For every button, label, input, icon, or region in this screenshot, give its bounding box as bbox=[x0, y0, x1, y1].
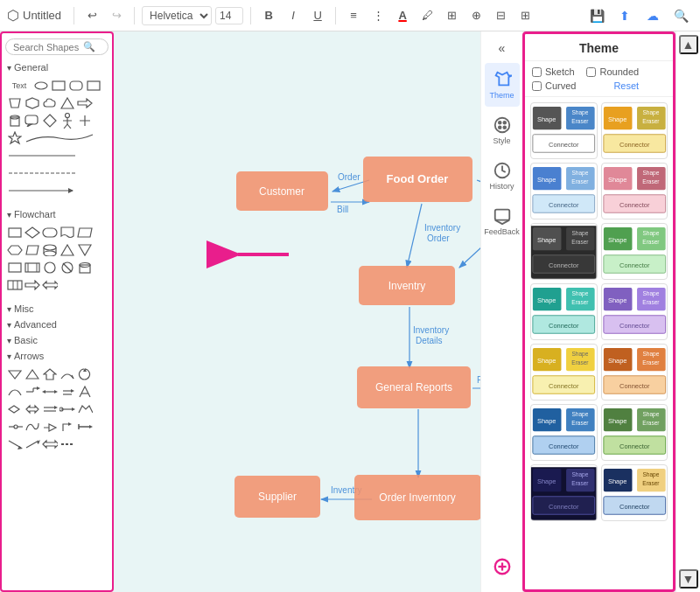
add-plugin-button[interactable] bbox=[485, 545, 520, 589]
theme-card-nature[interactable]: Shape Shape Eraser Connector bbox=[601, 404, 668, 461]
rect-shape[interactable] bbox=[51, 78, 66, 94]
fc-no[interactable] bbox=[60, 260, 75, 275]
canvas[interactable]: Order Bill Order Inventory Order Order I… bbox=[114, 31, 480, 592]
save-button[interactable]: 💾 bbox=[584, 3, 609, 28]
a15[interactable] bbox=[77, 401, 93, 417]
align-button[interactable]: ≡ bbox=[343, 5, 364, 26]
fc-disk[interactable] bbox=[42, 242, 58, 258]
a21[interactable] bbox=[7, 436, 23, 452]
list-button[interactable]: ⋮ bbox=[368, 5, 388, 26]
redo-button[interactable]: ↪ bbox=[106, 5, 127, 26]
a14[interactable] bbox=[60, 401, 75, 417]
fc-data[interactable] bbox=[24, 242, 40, 258]
sketch-checkbox[interactable] bbox=[532, 67, 542, 77]
fc-manual[interactable] bbox=[77, 225, 93, 240]
a16[interactable] bbox=[7, 419, 23, 435]
theme-card-dark[interactable]: Shape Shape Eraser Connector bbox=[530, 223, 598, 280]
undo-button[interactable]: ↩ bbox=[81, 5, 102, 26]
side-icon-history[interactable]: History bbox=[485, 154, 520, 198]
fc-process[interactable] bbox=[7, 225, 23, 240]
theme-card-blue[interactable]: Shape Shape Eraser Connector bbox=[530, 163, 598, 219]
fc-circle[interactable] bbox=[42, 260, 58, 275]
theme-card-midnight[interactable]: Shape Shape Eraser Connector bbox=[530, 464, 598, 521]
fc-cols[interactable] bbox=[7, 277, 23, 293]
format-button[interactable]: ⊞ bbox=[441, 5, 462, 26]
more-button[interactable]: ⊞ bbox=[514, 5, 536, 26]
arrow-line[interactable] bbox=[7, 183, 77, 198]
theme-card-default[interactable]: Shape Shape Eraser Connector bbox=[530, 102, 598, 159]
a12[interactable] bbox=[24, 401, 40, 417]
speech-bubble[interactable] bbox=[24, 113, 40, 129]
a13[interactable] bbox=[42, 401, 58, 417]
section-flowchart[interactable]: Flowchart bbox=[5, 207, 108, 223]
person[interactable] bbox=[60, 113, 75, 129]
diamond[interactable] bbox=[42, 113, 58, 129]
fc-triangle-up[interactable] bbox=[60, 242, 75, 258]
side-icon-style[interactable]: Style bbox=[485, 108, 520, 152]
search-toolbar-button[interactable]: 🔍 bbox=[668, 3, 693, 28]
ellipse-shape[interactable] bbox=[33, 78, 49, 94]
rect2[interactable] bbox=[86, 78, 102, 94]
parallelogram[interactable] bbox=[7, 95, 23, 111]
a7[interactable] bbox=[24, 384, 40, 400]
a18[interactable] bbox=[42, 419, 58, 435]
section-misc[interactable]: Misc bbox=[5, 302, 108, 317]
fc-prep[interactable] bbox=[7, 242, 23, 258]
theme-card-orange[interactable]: Shape Shape Eraser Connector bbox=[601, 102, 668, 159]
curved-option[interactable]: Curved bbox=[532, 80, 576, 91]
a22[interactable] bbox=[24, 436, 40, 452]
section-arrows[interactable]: Arrows bbox=[5, 349, 108, 365]
a11[interactable] bbox=[7, 401, 23, 417]
a9[interactable] bbox=[60, 384, 75, 400]
curved-checkbox[interactable] bbox=[532, 81, 542, 91]
rounded-checkbox[interactable] bbox=[586, 67, 596, 77]
a20[interactable] bbox=[77, 419, 93, 435]
side-icon-theme[interactable]: Theme bbox=[485, 63, 520, 107]
a24[interactable] bbox=[60, 436, 75, 452]
fc-db[interactable] bbox=[77, 260, 93, 275]
line2[interactable] bbox=[7, 165, 77, 181]
scroll-down-button[interactable]: ▼ bbox=[679, 569, 698, 589]
section-basic[interactable]: Basic bbox=[5, 333, 108, 349]
fc-triangle-down[interactable] bbox=[77, 242, 93, 258]
hexagon[interactable] bbox=[24, 95, 40, 111]
font-color-button[interactable]: A bbox=[392, 5, 413, 26]
theme-card-warm[interactable]: Shape Shape Eraser Connector bbox=[601, 344, 668, 400]
theme-card-purple[interactable]: Shape Shape Eraser Connector bbox=[601, 283, 668, 340]
cylinder[interactable] bbox=[7, 113, 23, 129]
table-button[interactable]: ⊟ bbox=[490, 5, 511, 26]
rounded-option[interactable]: Rounded bbox=[586, 66, 639, 77]
a10[interactable] bbox=[77, 384, 93, 400]
a3[interactable] bbox=[42, 366, 58, 382]
theme-card-yellow[interactable]: Shape Shape Eraser Connector bbox=[530, 344, 598, 400]
star[interactable] bbox=[7, 130, 23, 146]
fc-rect-small[interactable] bbox=[7, 260, 23, 275]
text-shape[interactable]: Text bbox=[7, 78, 32, 94]
cloud-button[interactable]: ☁ bbox=[640, 3, 665, 28]
section-general[interactable]: General bbox=[5, 60, 108, 76]
search-input[interactable] bbox=[13, 42, 83, 52]
triangle[interactable] bbox=[60, 95, 75, 111]
italic-button[interactable]: I bbox=[283, 5, 304, 26]
a19[interactable] bbox=[60, 419, 75, 435]
rounded-rect[interactable] bbox=[68, 78, 84, 94]
reset-button[interactable]: Reset bbox=[613, 80, 639, 91]
a5[interactable] bbox=[77, 366, 93, 382]
theme-card-teal[interactable]: Shape Shape Eraser Connector bbox=[530, 283, 598, 340]
scroll-up-button[interactable]: ▲ bbox=[679, 35, 698, 54]
theme-card-green[interactable]: Shape Shape Eraser Connector bbox=[601, 223, 668, 280]
fc-doc[interactable] bbox=[60, 225, 75, 240]
fc-double-arrow[interactable] bbox=[42, 277, 58, 293]
fc-double-rect[interactable] bbox=[24, 260, 40, 275]
fc-arrow-right[interactable] bbox=[24, 277, 40, 293]
collapse-button[interactable]: « bbox=[485, 35, 520, 61]
arrow-right[interactable] bbox=[77, 95, 93, 111]
font-size-input[interactable] bbox=[215, 7, 243, 24]
shape-search[interactable]: 🔍 bbox=[5, 38, 108, 55]
theme-card-pink[interactable]: Shape Shape Eraser Connector bbox=[601, 163, 668, 219]
a23[interactable] bbox=[42, 436, 58, 452]
theme-card-cool[interactable]: Shape Shape Eraser Connector bbox=[530, 404, 598, 461]
a6[interactable] bbox=[7, 384, 23, 400]
a2[interactable] bbox=[24, 366, 40, 382]
line1[interactable] bbox=[7, 148, 77, 164]
